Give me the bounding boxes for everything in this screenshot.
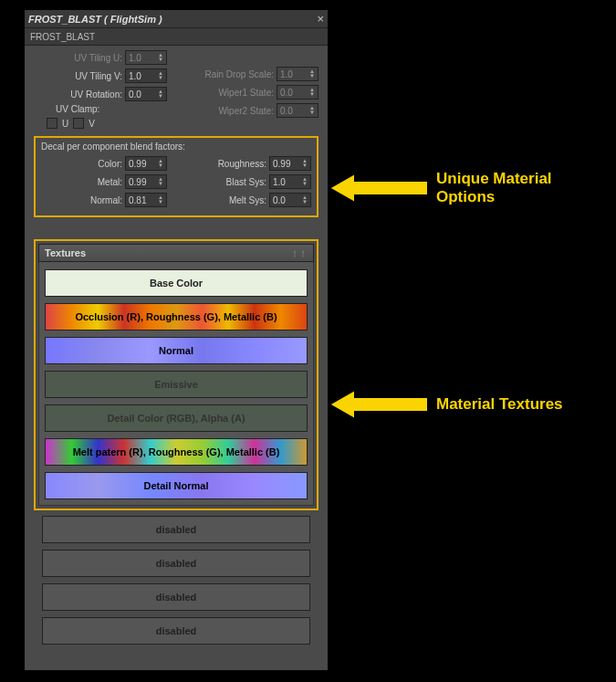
spinner-arrows-icon[interactable]: ▲▼ (158, 177, 163, 186)
uv-clamp-v-checkbox[interactable] (73, 118, 84, 129)
uv-tiling-u-label: UV Tiling U: (74, 53, 122, 63)
arrow-icon (329, 170, 430, 206)
disabled-slots-group: disabled disabled disabled disabled (34, 510, 318, 653)
blend-meltsys-spinner[interactable]: 0.0▲▼ (269, 193, 311, 207)
wiper1-state-spinner[interactable]: 0.0▲▼ (277, 85, 318, 100)
texture-slot-emissive[interactable]: Emissive (45, 371, 308, 398)
spinner-arrows-icon[interactable]: ▲▼ (302, 159, 308, 168)
spinner-arrows-icon[interactable]: ▲▼ (158, 159, 163, 168)
window-title: FROST_BLAST ( FlightSim ) (28, 14, 162, 25)
texture-slot-base-color[interactable]: Base Color (45, 269, 308, 297)
texture-slot-disabled[interactable]: disabled (42, 617, 310, 645)
texture-slot-melt-pattern[interactable]: Melt patern (R), Roughness (G), Metallic… (45, 438, 308, 466)
texture-slot-normal[interactable]: Normal (45, 337, 308, 364)
material-editor-window: FROST_BLAST ( FlightSim ) × FROST_BLAST … (24, 9, 329, 671)
spinner-arrows-icon[interactable]: ▲▼ (309, 88, 315, 97)
blend-metal-spinner[interactable]: 0.99▲▼ (125, 174, 167, 189)
uv-clamp-u-checkbox[interactable] (47, 118, 57, 129)
uv-clamp-v-label: V (89, 119, 95, 129)
annotation-unique-material-options: Unique Material Options (436, 170, 552, 206)
texture-slot-disabled[interactable]: disabled (42, 516, 310, 543)
titlebar[interactable]: FROST_BLAST ( FlightSim ) × (25, 10, 328, 28)
uv-rotation-spinner[interactable]: 0.0▲▼ (125, 87, 167, 101)
blend-normal-spinner[interactable]: 0.81▲▼ (125, 193, 167, 207)
svg-marker-0 (329, 173, 428, 203)
spinner-arrows-icon[interactable]: ▲▼ (309, 106, 315, 115)
svg-marker-1 (329, 390, 428, 419)
spinner-arrows-icon[interactable]: ▲▼ (309, 69, 315, 79)
uv-tiling-v-spinner[interactable]: 1.0▲▼ (125, 68, 167, 83)
blend-roughness-spinner[interactable]: 0.99▲▼ (269, 156, 311, 171)
blend-roughness-label: Roughness: (218, 159, 266, 169)
arrow-icon (329, 386, 430, 423)
spinner-arrows-icon[interactable]: ▲▼ (158, 195, 163, 205)
texture-slot-orm[interactable]: Occlusion (R), Roughness (G), Metallic (… (45, 303, 308, 331)
uv-clamp-label: UV Clamp: (34, 104, 167, 114)
uv-rotation-label: UV Rotation: (70, 89, 122, 100)
rain-drop-scale-label: Rain Drop Scale: (204, 69, 274, 79)
texture-slot-detail-normal[interactable]: Detail Normal (45, 472, 308, 499)
uv-tiling-v-label: UV Tiling V: (75, 71, 122, 81)
spinner-arrows-icon[interactable]: ▲▼ (158, 53, 163, 62)
annotation-material-textures: Material Textures (436, 395, 563, 414)
spinner-arrows-icon[interactable]: ▲▼ (302, 195, 308, 205)
textures-title: Textures (45, 247, 86, 258)
spinner-arrows-icon[interactable]: ▲▼ (302, 177, 308, 186)
textures-header[interactable]: Textures ⋮⋮ (38, 244, 314, 262)
wiper2-state-label: Wiper2 State: (218, 106, 274, 116)
texture-slot-detail-color[interactable]: Detail Color (RGB), Alpha (A) (45, 404, 308, 432)
wiper1-state-label: Wiper1 State: (218, 88, 274, 98)
blend-blastsys-spinner[interactable]: 1.0▲▼ (269, 174, 311, 189)
blend-metal-label: Metal: (98, 177, 122, 187)
close-icon[interactable]: × (317, 12, 324, 26)
blend-meltsys-label: Melt Sys: (229, 195, 266, 205)
texture-slot-disabled[interactable]: disabled (42, 583, 310, 611)
subtitle-text: FROST_BLAST (30, 32, 95, 42)
subtitle-bar: FROST_BLAST (25, 28, 328, 46)
rain-drop-scale-spinner[interactable]: 1.0▲▼ (277, 67, 318, 81)
uv-clamp-u-label: U (62, 119, 68, 129)
blend-blastsys-label: Blast Sys: (226, 177, 266, 187)
blend-normal-label: Normal: (90, 195, 122, 205)
blend-color-spinner[interactable]: 0.99▲▼ (125, 156, 167, 171)
spinner-arrows-icon[interactable]: ▲▼ (158, 71, 163, 80)
spinner-arrows-icon[interactable]: ▲▼ (158, 89, 163, 99)
blend-factors-title: Decal per component blend factors: (41, 142, 311, 152)
blend-color-label: Color: (98, 159, 122, 169)
blend-factors-group: Decal per component blend factors: Color… (34, 136, 318, 217)
texture-slot-disabled[interactable]: disabled (42, 550, 310, 577)
uv-tiling-u-spinner[interactable]: 1.0▲▼ (125, 50, 167, 65)
uv-section: UV Tiling U: 1.0▲▼ UV Tiling V: 1.0▲▼ UV… (34, 49, 318, 129)
wiper2-state-spinner[interactable]: 0.0▲▼ (277, 103, 318, 118)
grip-icon[interactable]: ⋮⋮ (291, 249, 308, 257)
textures-group: Textures ⋮⋮ Base Color Occlusion (R), Ro… (34, 239, 318, 510)
